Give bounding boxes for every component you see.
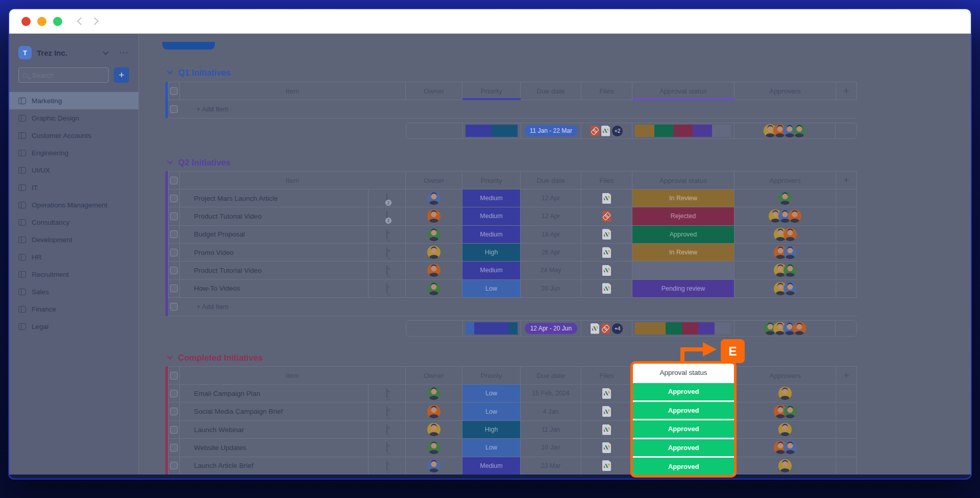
- priority-cell[interactable]: High: [462, 244, 521, 261]
- owner-cell[interactable]: [406, 402, 462, 420]
- column-header-item[interactable]: Item: [180, 172, 406, 189]
- priority-cell[interactable]: Medium: [462, 189, 521, 207]
- files-cell[interactable]: [581, 421, 632, 438]
- checkbox[interactable]: [170, 462, 178, 469]
- owner-cell[interactable]: [406, 244, 462, 261]
- header-checkbox[interactable]: [168, 172, 180, 189]
- checkbox[interactable]: [170, 267, 178, 274]
- column-header-due-date[interactable]: Due date: [521, 367, 581, 384]
- row-checkbox[interactable]: [168, 439, 180, 456]
- column-header-owner[interactable]: Owner: [406, 82, 462, 100]
- owner-cell[interactable]: [406, 207, 462, 225]
- row-checkbox[interactable]: [168, 457, 180, 475]
- highlighted-approval-cell[interactable]: Approved: [633, 456, 734, 475]
- sidebar-item-ui-ux[interactable]: UI/UX: [9, 161, 138, 179]
- search-input[interactable]: [31, 71, 104, 80]
- files-cell[interactable]: [581, 385, 632, 402]
- table-row[interactable]: Promo VideoHigh26 AprIn Review: [168, 244, 857, 262]
- sidebar-item-graphic-design[interactable]: Graphic Design: [9, 109, 138, 127]
- owner-cell[interactable]: [406, 439, 462, 456]
- chat-icon[interactable]: [386, 461, 387, 470]
- chat-cell[interactable]: [369, 421, 406, 438]
- forward-icon[interactable]: [91, 17, 99, 26]
- priority-cell[interactable]: Low: [462, 280, 521, 297]
- chat-icon[interactable]: [386, 248, 387, 257]
- file-chart-icon[interactable]: [602, 406, 611, 417]
- sidebar-item-legal[interactable]: Legal: [9, 318, 138, 335]
- row-checkbox[interactable]: [168, 385, 180, 402]
- add-column-button[interactable]: +: [836, 82, 857, 100]
- sidebar-item-recruitment[interactable]: Recruitment: [9, 266, 138, 283]
- due-date-cell[interactable]: 12 Apr: [521, 189, 581, 207]
- file-link-icon[interactable]: [591, 126, 599, 136]
- approval-status-cell[interactable]: In Review: [632, 189, 734, 207]
- file-chart-icon[interactable]: [602, 442, 611, 453]
- row-checkbox[interactable]: [168, 207, 180, 225]
- row-checkbox[interactable]: [168, 226, 180, 243]
- due-date-cell[interactable]: 24 May: [521, 262, 581, 279]
- file-chart-icon[interactable]: [602, 424, 611, 435]
- chevron-down-icon[interactable]: [167, 353, 173, 359]
- column-header-approval-status[interactable]: Approval status: [632, 82, 734, 100]
- owner-cell[interactable]: [406, 189, 462, 207]
- chevron-down-icon[interactable]: [167, 158, 173, 164]
- item-cell[interactable]: Budget Proposal: [180, 226, 369, 243]
- header-checkbox[interactable]: [168, 82, 180, 100]
- files-cell[interactable]: [581, 189, 632, 207]
- table-row[interactable]: Launch Article BriefMedium23 MarApproved: [168, 457, 857, 475]
- due-date-cell[interactable]: 10 Jan: [521, 439, 581, 456]
- row-checkbox[interactable]: [168, 189, 180, 207]
- item-cell[interactable]: Promo Video: [180, 244, 369, 261]
- highlighted-approval-cell[interactable]: Approved: [633, 438, 734, 457]
- approvers-cell[interactable]: [734, 439, 836, 456]
- file-chart-icon[interactable]: [601, 126, 610, 136]
- checkbox[interactable]: [170, 284, 178, 292]
- header-checkbox[interactable]: [168, 367, 180, 384]
- approval-status-cell[interactable]: In Review: [632, 244, 734, 261]
- file-chart-icon[interactable]: [591, 323, 599, 334]
- sidebar-item-development[interactable]: Development: [9, 231, 138, 248]
- chevron-down-icon[interactable]: [103, 49, 108, 55]
- row-checkbox[interactable]: [168, 421, 180, 438]
- column-header-item[interactable]: Item: [180, 367, 406, 384]
- table-row[interactable]: Project Mars Launch Article2Medium12 Apr…: [168, 189, 857, 207]
- group-title-q1[interactable]: Q1 Initiatives: [168, 65, 231, 80]
- column-header-priority[interactable]: Priority: [462, 82, 521, 100]
- chat-icon[interactable]: [386, 284, 387, 293]
- table-row[interactable]: Email Campaign PlanLow15 Feb, 2024Approv…: [168, 385, 857, 402]
- item-cell[interactable]: How-To Videos: [180, 280, 369, 297]
- owner-cell[interactable]: [406, 421, 462, 438]
- column-header-files[interactable]: Files: [581, 172, 632, 189]
- add-column-button[interactable]: +: [836, 172, 857, 189]
- priority-cell[interactable]: Medium: [462, 207, 521, 225]
- owner-cell[interactable]: [406, 280, 462, 297]
- due-date-cell[interactable]: 4 Jan: [521, 402, 581, 420]
- approvers-cell[interactable]: [734, 207, 836, 225]
- chevron-down-icon[interactable]: [167, 68, 173, 74]
- file-chart-icon[interactable]: [602, 388, 611, 399]
- files-cell[interactable]: [581, 244, 632, 261]
- due-date-cell[interactable]: 20 Jun: [521, 280, 581, 297]
- item-cell[interactable]: Website Updates: [180, 439, 369, 456]
- item-cell[interactable]: Launch Webinar: [180, 421, 369, 438]
- item-cell[interactable]: Project Mars Launch Article: [180, 189, 369, 207]
- due-date-cell[interactable]: 26 Apr: [521, 244, 581, 261]
- chat-cell[interactable]: [369, 226, 406, 243]
- approvers-cell[interactable]: [734, 244, 836, 261]
- due-date-cell[interactable]: 23 Mar: [521, 457, 581, 475]
- item-cell[interactable]: Email Campaign Plan: [180, 385, 369, 402]
- chat-cell[interactable]: [369, 385, 406, 402]
- highlighted-approval-cell[interactable]: Approved: [633, 382, 734, 400]
- files-cell[interactable]: [581, 226, 632, 243]
- approval-status-cell[interactable]: Rejected: [632, 207, 734, 225]
- owner-cell[interactable]: [406, 226, 462, 243]
- add-item-row[interactable]: + Add Item: [168, 298, 857, 316]
- sidebar-item-consultancy[interactable]: Consultancy: [9, 214, 138, 231]
- checkbox[interactable]: [170, 408, 178, 415]
- column-header-priority[interactable]: Priority: [462, 367, 521, 384]
- chat-cell[interactable]: 2: [369, 207, 406, 225]
- workspace-menu-icon[interactable]: ⋯: [119, 50, 129, 55]
- file-chart-icon[interactable]: [602, 247, 611, 258]
- approvers-cell[interactable]: [734, 189, 836, 207]
- priority-cell[interactable]: Low: [462, 385, 521, 402]
